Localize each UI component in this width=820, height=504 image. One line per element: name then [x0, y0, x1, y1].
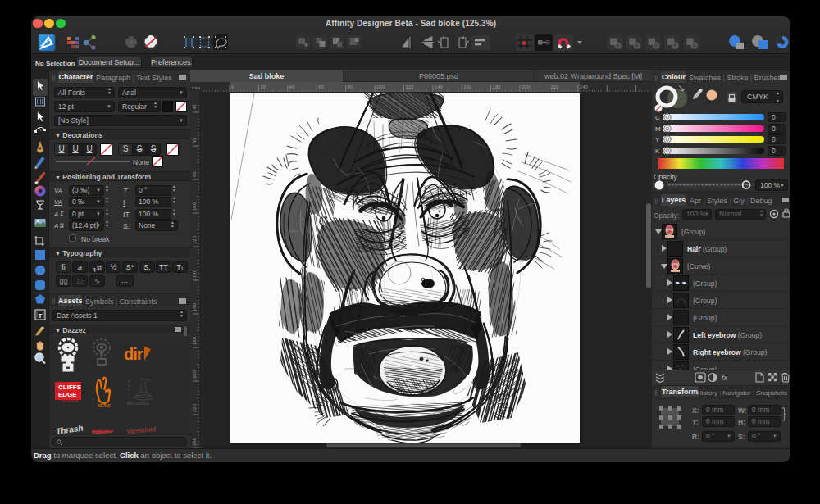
- svg-text:M: M: [655, 125, 661, 133]
- svg-text:K: K: [655, 148, 660, 155]
- svg-text:Y: Y: [655, 136, 660, 143]
- svg-text:fx: fx: [722, 374, 728, 382]
- svg-text:C: C: [655, 114, 660, 121]
